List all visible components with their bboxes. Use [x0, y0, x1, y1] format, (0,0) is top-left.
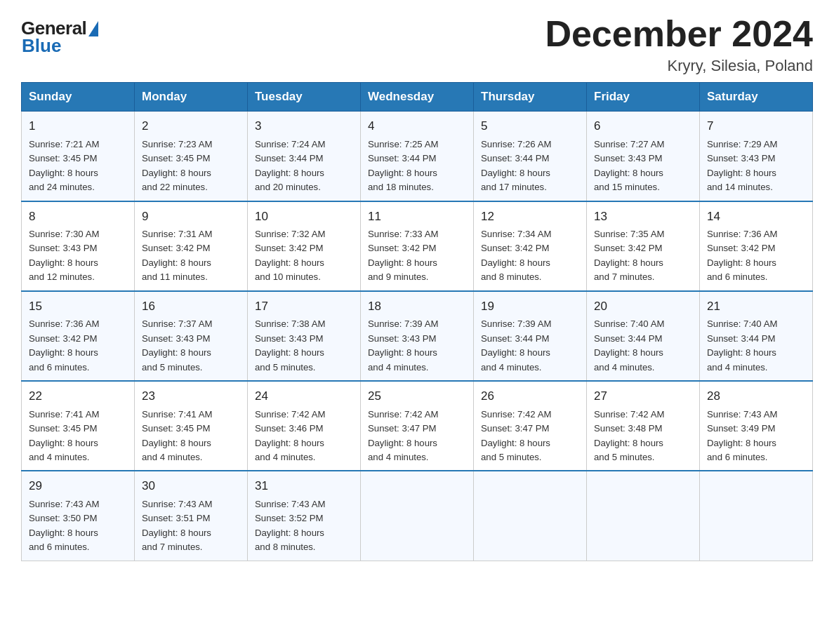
- header-sunday: Sunday: [22, 83, 135, 112]
- day-number: 31: [255, 477, 353, 495]
- calendar-week-1: 1Sunrise: 7:21 AMSunset: 3:45 PMDaylight…: [22, 112, 813, 201]
- calendar-day-10: 10Sunrise: 7:32 AMSunset: 3:42 PMDayligh…: [248, 201, 361, 291]
- day-info: Sunrise: 7:43 AMSunset: 3:49 PMDaylight:…: [707, 409, 777, 462]
- day-info: Sunrise: 7:39 AMSunset: 3:43 PMDaylight:…: [368, 318, 438, 372]
- day-number: 7: [707, 117, 805, 135]
- day-info: Sunrise: 7:43 AMSunset: 3:52 PMDaylight:…: [255, 499, 325, 552]
- day-info: Sunrise: 7:27 AMSunset: 3:43 PMDaylight:…: [594, 139, 664, 192]
- calendar-day-4: 4Sunrise: 7:25 AMSunset: 3:44 PMDaylight…: [361, 112, 474, 201]
- calendar-day-25: 25Sunrise: 7:42 AMSunset: 3:47 PMDayligh…: [361, 381, 474, 471]
- header-monday: Monday: [135, 83, 248, 112]
- day-number: 26: [481, 387, 579, 405]
- day-info: Sunrise: 7:42 AMSunset: 3:47 PMDaylight:…: [481, 409, 551, 462]
- day-info: Sunrise: 7:38 AMSunset: 3:43 PMDaylight:…: [255, 318, 325, 372]
- calendar-day-22: 22Sunrise: 7:41 AMSunset: 3:45 PMDayligh…: [22, 381, 135, 471]
- calendar-day-29: 29Sunrise: 7:43 AMSunset: 3:50 PMDayligh…: [22, 471, 135, 561]
- day-number: 27: [594, 387, 692, 405]
- calendar-day-23: 23Sunrise: 7:41 AMSunset: 3:45 PMDayligh…: [135, 381, 248, 471]
- logo-triangle-icon: [88, 21, 98, 36]
- title-block: December 2024 Kryry, Silesia, Poland: [545, 14, 813, 75]
- calendar-day-12: 12Sunrise: 7:34 AMSunset: 3:42 PMDayligh…: [474, 201, 587, 291]
- day-number: 4: [368, 117, 466, 135]
- day-info: Sunrise: 7:39 AMSunset: 3:44 PMDaylight:…: [481, 318, 551, 372]
- location-title: Kryry, Silesia, Poland: [545, 57, 813, 75]
- header-saturday: Saturday: [700, 83, 813, 112]
- calendar-empty-cell: [587, 471, 700, 561]
- calendar-day-9: 9Sunrise: 7:31 AMSunset: 3:42 PMDaylight…: [135, 201, 248, 291]
- day-info: Sunrise: 7:40 AMSunset: 3:44 PMDaylight:…: [594, 318, 664, 372]
- day-number: 2: [142, 117, 240, 135]
- header-tuesday: Tuesday: [248, 83, 361, 112]
- day-info: Sunrise: 7:36 AMSunset: 3:42 PMDaylight:…: [707, 229, 777, 282]
- day-number: 11: [368, 208, 466, 226]
- calendar-day-8: 8Sunrise: 7:30 AMSunset: 3:43 PMDaylight…: [22, 201, 135, 291]
- day-info: Sunrise: 7:30 AMSunset: 3:43 PMDaylight:…: [29, 229, 99, 282]
- day-number: 9: [142, 208, 240, 226]
- calendar-day-18: 18Sunrise: 7:39 AMSunset: 3:43 PMDayligh…: [361, 291, 474, 381]
- day-info: Sunrise: 7:21 AMSunset: 3:45 PMDaylight:…: [29, 139, 99, 192]
- day-number: 24: [255, 387, 353, 405]
- day-info: Sunrise: 7:43 AMSunset: 3:51 PMDaylight:…: [142, 499, 212, 552]
- calendar-day-11: 11Sunrise: 7:33 AMSunset: 3:42 PMDayligh…: [361, 201, 474, 291]
- day-number: 20: [594, 297, 692, 316]
- day-info: Sunrise: 7:37 AMSunset: 3:43 PMDaylight:…: [142, 318, 212, 372]
- day-number: 5: [481, 117, 579, 135]
- day-number: 19: [481, 297, 579, 316]
- calendar-day-1: 1Sunrise: 7:21 AMSunset: 3:45 PMDaylight…: [22, 112, 135, 201]
- day-number: 14: [707, 208, 805, 226]
- calendar-day-13: 13Sunrise: 7:35 AMSunset: 3:42 PMDayligh…: [587, 201, 700, 291]
- calendar-week-4: 22Sunrise: 7:41 AMSunset: 3:45 PMDayligh…: [22, 381, 813, 471]
- day-number: 3: [255, 117, 353, 135]
- day-info: Sunrise: 7:32 AMSunset: 3:42 PMDaylight:…: [255, 229, 325, 282]
- calendar-empty-cell: [474, 471, 587, 561]
- calendar-empty-cell: [361, 471, 474, 561]
- day-info: Sunrise: 7:42 AMSunset: 3:48 PMDaylight:…: [594, 409, 664, 462]
- calendar-day-3: 3Sunrise: 7:24 AMSunset: 3:44 PMDaylight…: [248, 112, 361, 201]
- calendar-day-2: 2Sunrise: 7:23 AMSunset: 3:45 PMDaylight…: [135, 112, 248, 201]
- day-info: Sunrise: 7:31 AMSunset: 3:42 PMDaylight:…: [142, 229, 212, 282]
- day-info: Sunrise: 7:42 AMSunset: 3:47 PMDaylight:…: [368, 409, 438, 462]
- day-info: Sunrise: 7:33 AMSunset: 3:42 PMDaylight:…: [368, 229, 438, 282]
- day-number: 23: [142, 387, 240, 405]
- calendar-day-24: 24Sunrise: 7:42 AMSunset: 3:46 PMDayligh…: [248, 381, 361, 471]
- calendar-table: SundayMondayTuesdayWednesdayThursdayFrid…: [21, 82, 813, 561]
- day-number: 21: [707, 297, 805, 316]
- day-info: Sunrise: 7:36 AMSunset: 3:42 PMDaylight:…: [29, 318, 99, 372]
- day-number: 18: [368, 297, 466, 316]
- calendar-day-26: 26Sunrise: 7:42 AMSunset: 3:47 PMDayligh…: [474, 381, 587, 471]
- day-number: 22: [29, 387, 127, 405]
- calendar-day-6: 6Sunrise: 7:27 AMSunset: 3:43 PMDaylight…: [587, 112, 700, 201]
- day-info: Sunrise: 7:42 AMSunset: 3:46 PMDaylight:…: [255, 409, 325, 462]
- calendar-day-19: 19Sunrise: 7:39 AMSunset: 3:44 PMDayligh…: [474, 291, 587, 381]
- page-header: General Blue December 2024 Kryry, Silesi…: [21, 14, 813, 75]
- day-number: 16: [142, 297, 240, 316]
- logo-blue-text: Blue: [22, 35, 61, 57]
- header-thursday: Thursday: [474, 83, 587, 112]
- day-info: Sunrise: 7:34 AMSunset: 3:42 PMDaylight:…: [481, 229, 551, 282]
- header-wednesday: Wednesday: [361, 83, 474, 112]
- header-friday: Friday: [587, 83, 700, 112]
- calendar-day-15: 15Sunrise: 7:36 AMSunset: 3:42 PMDayligh…: [22, 291, 135, 381]
- day-info: Sunrise: 7:24 AMSunset: 3:44 PMDaylight:…: [255, 139, 325, 192]
- day-number: 13: [594, 208, 692, 226]
- day-number: 12: [481, 208, 579, 226]
- calendar-week-5: 29Sunrise: 7:43 AMSunset: 3:50 PMDayligh…: [22, 471, 813, 561]
- day-number: 8: [29, 208, 127, 226]
- day-number: 1: [29, 117, 127, 135]
- day-number: 6: [594, 117, 692, 135]
- day-number: 10: [255, 208, 353, 226]
- day-info: Sunrise: 7:41 AMSunset: 3:45 PMDaylight:…: [29, 409, 99, 462]
- day-number: 25: [368, 387, 466, 405]
- day-number: 30: [142, 477, 240, 495]
- day-info: Sunrise: 7:25 AMSunset: 3:44 PMDaylight:…: [368, 139, 438, 192]
- calendar-day-16: 16Sunrise: 7:37 AMSunset: 3:43 PMDayligh…: [135, 291, 248, 381]
- calendar-day-27: 27Sunrise: 7:42 AMSunset: 3:48 PMDayligh…: [587, 381, 700, 471]
- day-info: Sunrise: 7:43 AMSunset: 3:50 PMDaylight:…: [29, 499, 99, 552]
- day-info: Sunrise: 7:35 AMSunset: 3:42 PMDaylight:…: [594, 229, 664, 282]
- calendar-day-21: 21Sunrise: 7:40 AMSunset: 3:44 PMDayligh…: [700, 291, 813, 381]
- calendar-day-5: 5Sunrise: 7:26 AMSunset: 3:44 PMDaylight…: [474, 112, 587, 201]
- calendar-week-3: 15Sunrise: 7:36 AMSunset: 3:42 PMDayligh…: [22, 291, 813, 381]
- calendar-day-20: 20Sunrise: 7:40 AMSunset: 3:44 PMDayligh…: [587, 291, 700, 381]
- calendar-day-17: 17Sunrise: 7:38 AMSunset: 3:43 PMDayligh…: [248, 291, 361, 381]
- day-info: Sunrise: 7:26 AMSunset: 3:44 PMDaylight:…: [481, 139, 551, 192]
